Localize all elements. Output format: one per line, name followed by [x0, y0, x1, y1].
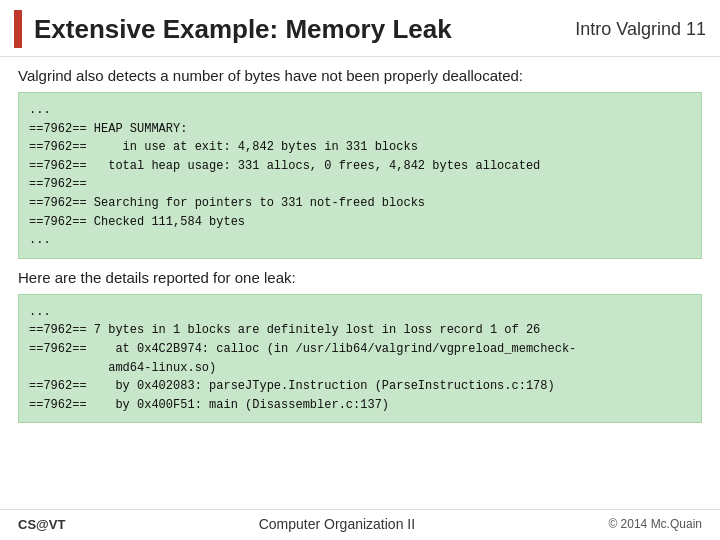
- footer-center: Computer Organization II: [259, 516, 415, 532]
- intro-text: Valgrind also detects a number of bytes …: [18, 67, 702, 84]
- code-block-2: ... ==7962== 7 bytes in 1 blocks are def…: [18, 294, 702, 424]
- slide-title: Extensive Example: Memory Leak: [34, 14, 575, 45]
- footer: CS@VT Computer Organization II © 2014 Mc…: [0, 509, 720, 540]
- footer-right: © 2014 Mc.Quain: [608, 517, 702, 531]
- slide-body: Valgrind also detects a number of bytes …: [0, 57, 720, 509]
- slide-subtitle: Intro Valgrind 11: [575, 19, 706, 40]
- code-block-1: ... ==7962== HEAP SUMMARY: ==7962== in u…: [18, 92, 702, 259]
- header: Extensive Example: Memory Leak Intro Val…: [0, 0, 720, 57]
- slide: Extensive Example: Memory Leak Intro Val…: [0, 0, 720, 540]
- section-text: Here are the details reported for one le…: [18, 269, 702, 286]
- header-accent-bar: [14, 10, 22, 48]
- footer-left: CS@VT: [18, 517, 65, 532]
